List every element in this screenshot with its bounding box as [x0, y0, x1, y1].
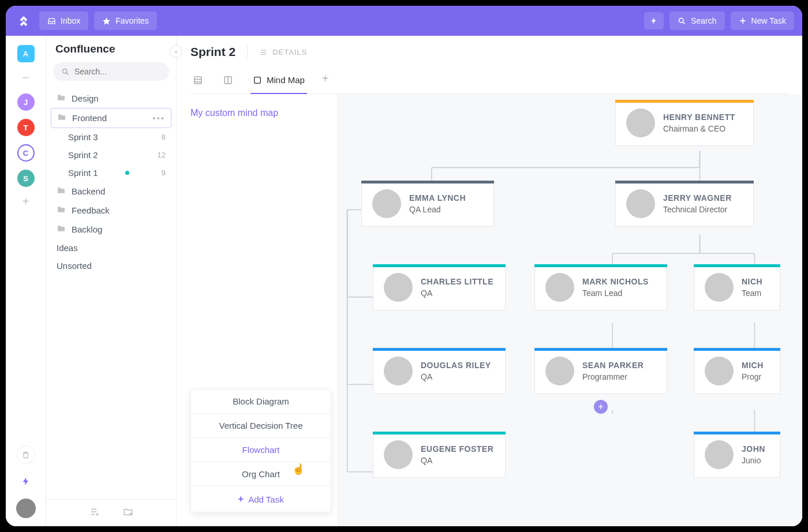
new-task-label: New Task	[751, 16, 786, 25]
tab-list[interactable]	[190, 69, 205, 93]
sidebar-item-feedback[interactable]: Feedback	[51, 201, 171, 220]
avatar	[705, 357, 734, 385]
collapse-icon[interactable]: −	[22, 70, 29, 85]
ctx-block-diagram[interactable]: Block Diagram	[191, 389, 331, 414]
folder-add-icon[interactable]	[123, 507, 133, 519]
org-card-mark[interactable]: MARK NICHOLSTeam Lead	[534, 264, 667, 310]
add-view-button[interactable]: +	[322, 72, 329, 91]
mind-map-link[interactable]: My custom mind map	[190, 108, 278, 118]
plus-icon: +	[238, 493, 244, 505]
folder-icon	[57, 224, 66, 235]
search-button[interactable]: Search	[669, 12, 724, 30]
topbar: Inbox Favorites Search New Task	[6, 6, 802, 36]
sidebar-item-label: Backend	[72, 186, 105, 196]
avatar	[372, 189, 401, 218]
card-name: EMMA LYNCH	[409, 193, 466, 203]
plus-icon	[739, 17, 747, 25]
org-card-mich[interactable]: MICHProgr	[694, 348, 780, 394]
list-add-icon[interactable]	[89, 507, 100, 519]
sidebar-search[interactable]	[53, 62, 169, 81]
sidebar-item-sprint-1[interactable]: Sprint 19	[51, 164, 171, 182]
sidebar-item-label: Backlog	[72, 224, 102, 234]
folder-icon	[57, 186, 66, 197]
workspace-j[interactable]: J	[17, 93, 35, 111]
bolt-button[interactable]	[644, 12, 664, 29]
sidebar-item-sprint-2[interactable]: Sprint 212	[51, 146, 171, 164]
context-menu: Block Diagram Vertical Decision Tree Flo…	[190, 389, 331, 512]
collapse-sidebar-button[interactable]: ‹	[170, 45, 182, 58]
ctx-vertical-tree[interactable]: Vertical Decision Tree	[191, 414, 331, 438]
workspace-s[interactable]: S	[17, 170, 35, 187]
sidebar-item-backend[interactable]: Backend	[51, 182, 171, 201]
sidebar-title: Confluence	[55, 43, 167, 55]
org-card-charles[interactable]: CHARLES LITTLEQA	[373, 264, 506, 310]
user-avatar[interactable]	[16, 499, 36, 518]
sidebar-item-sprint-3[interactable]: Sprint 38	[51, 128, 171, 146]
sidebar-item-frontend[interactable]: Frontend•••	[51, 108, 171, 128]
status-dot	[125, 171, 129, 175]
list-icon	[259, 48, 268, 57]
new-task-button[interactable]: New Task	[731, 12, 794, 30]
ctx-add-task[interactable]: + Add Task	[191, 486, 331, 512]
card-name: DOUGLAS RILEY	[421, 361, 491, 370]
sidebar-item-ideas[interactable]: Ideas	[51, 239, 171, 257]
sidebar-item-backlog[interactable]: Backlog	[51, 220, 171, 239]
item-count: 12	[158, 151, 166, 159]
more-icon[interactable]: •••	[152, 113, 165, 123]
app-logo[interactable]	[14, 11, 33, 31]
tab-mind-map[interactable]: Mind Map	[250, 69, 307, 94]
org-card-eugene[interactable]: EUGENE FOSTERQA	[373, 432, 506, 478]
bolt-rail-button[interactable]	[17, 472, 35, 490]
card-name: EUGENE FOSTER	[421, 444, 493, 454]
workspace-c[interactable]: C	[17, 144, 35, 162]
ctx-flowchart[interactable]: Flowchart	[191, 438, 331, 462]
org-card-douglas[interactable]: DOUGLAS RILEYQA	[373, 348, 506, 394]
avatar	[626, 189, 655, 218]
add-workspace-button[interactable]: +	[23, 195, 29, 208]
inbox-button[interactable]: Inbox	[39, 12, 88, 30]
sidebar: Confluence ‹ DesignFrontend•••Sprint 38S…	[46, 36, 177, 526]
search-icon	[678, 17, 686, 25]
card-name: JERRY WAGNER	[663, 193, 732, 203]
workspace-a[interactable]: A	[17, 45, 35, 62]
view-tabs: Mind Map +	[190, 69, 788, 94]
org-card-jerry[interactable]: JERRY WAGNERTechnical Director	[615, 181, 754, 227]
tab-board[interactable]	[220, 69, 235, 93]
sidebar-item-design[interactable]: Design	[51, 89, 171, 108]
ctx-org-chart[interactable]: Org Chart	[191, 462, 331, 486]
org-card-ceo[interactable]: HENRY BENNETTChairman & CEO	[615, 100, 754, 146]
add-node-button[interactable]: +	[594, 400, 608, 414]
trash-button[interactable]	[17, 445, 35, 464]
card-name: SEAN PARKER	[582, 361, 644, 370]
content-area: Sprint 2 DETAILS Mind Map +	[177, 36, 802, 526]
org-card-emma[interactable]: EMMA LYNCHQA Lead	[361, 181, 494, 227]
org-card-john[interactable]: JOHNJunio	[694, 432, 780, 478]
avatar	[384, 357, 413, 385]
svg-point-1	[63, 69, 68, 73]
card-name: JOHN	[742, 444, 765, 454]
details-button[interactable]: DETAILS	[259, 48, 307, 57]
item-count: 8	[162, 133, 166, 141]
org-card-sean[interactable]: SEAN PARKERProgrammer	[534, 348, 667, 394]
svg-rect-4	[255, 77, 261, 83]
ctx-add-task-label: Add Task	[248, 494, 283, 504]
sidebar-item-label: Frontend	[72, 113, 107, 123]
org-chart-canvas[interactable]: HENRY BENNETTChairman & CEOEMMA LYNCHQA …	[338, 94, 802, 526]
folder-icon	[57, 113, 66, 123]
card-name: NICH	[742, 277, 762, 286]
avatar	[545, 357, 574, 385]
sidebar-item-label: Sprint 2	[68, 150, 98, 160]
favorites-button[interactable]: Favorites	[94, 12, 157, 30]
card-role: QA Lead	[409, 205, 466, 214]
card-role: QA	[421, 456, 493, 465]
card-role: QA	[421, 289, 493, 298]
cursor-icon: ☝	[292, 463, 305, 475]
workspace-t[interactable]: T	[17, 119, 35, 136]
inbox-label: Inbox	[61, 16, 80, 25]
org-card-nich[interactable]: NICHTeam	[694, 264, 780, 310]
card-role: Team	[742, 289, 762, 298]
search-input[interactable]	[74, 67, 175, 76]
card-role: Programmer	[582, 372, 644, 381]
sidebar-item-unsorted[interactable]: Unsorted	[51, 257, 171, 275]
avatar	[545, 273, 574, 302]
